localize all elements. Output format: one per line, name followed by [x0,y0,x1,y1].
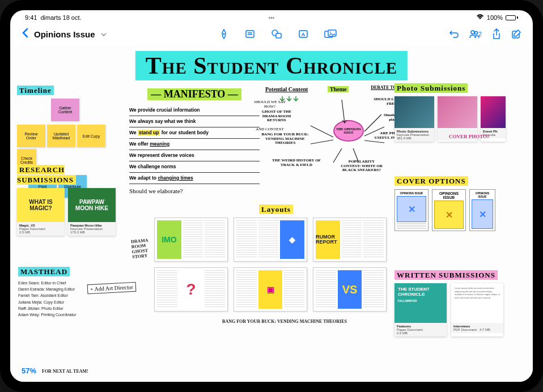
layout-mockup[interactable]: VS [313,267,387,312]
document-card[interactable]: Lorem ipsum dolor sit amet consectetur a… [451,283,503,336]
document-card[interactable]: THE STUDENT CHRONICLE FALL/WINTER Featur… [394,283,447,336]
shapes-tool-icon[interactable] [271,29,282,39]
photo-thumb [394,96,434,128]
photos-label: Photo Submissions [394,83,468,93]
document-meta: Magic_V2 Pages Document 2.5 MB [17,222,65,236]
cover-mockup[interactable]: OPINIONS ISSUE [469,189,495,231]
status-time: 9:41 [25,14,37,21]
sticky-note[interactable]: Updated Masthead [47,125,75,147]
mindmap-node: THE WEIRD HISTORY OF TRACK & FIELD [271,159,322,167]
layout-mockup[interactable]: RUMOR REPORT [313,218,387,262]
layout-accent: RUMOR REPORT [316,220,340,259]
text-tool-icon[interactable]: A [298,29,308,39]
sticky-note-tool-icon[interactable] [245,29,255,39]
photo-submissions-section[interactable]: Photo Submissions Photo SubmissionsKeyno… [394,83,525,142]
freeform-canvas[interactable]: The Student Chronicle Timeline Gather Co… [10,45,533,382]
back-button[interactable] [22,28,29,41]
photo-annotation: COVER PHOTO? [449,134,490,139]
sticky-note[interactable]: Gather Content [51,99,79,121]
cover-options-section[interactable]: COVER OPTIONS OPINIONS ISSUE OPINIONS IS… [394,176,525,231]
document-thumb: Lorem ipsum dolor sit amet consectetur a… [451,283,503,323]
masthead-footnote: FOR NEXT AL TEAM! [42,369,88,374]
written-submissions-section[interactable]: WRITTEN SUBMISSIONS THE STUDENT CHRONICL… [394,270,525,336]
battery-pct: 100% [487,14,503,21]
svg-point-0 [223,33,224,35]
sticky-note[interactable]: Review Order [17,125,45,147]
collab-count: 2 [478,31,482,37]
cover-mockup[interactable]: OPINIONS ISSUE [432,189,466,231]
written-label: WRITTEN SUBMISSIONS [394,270,498,280]
layout-mockup[interactable]: IMO [154,218,228,262]
mindmap-node: POPULARITY CONTEST: WHITE OR BLACK SNEAK… [339,160,384,173]
document-card[interactable]: WHAT IS MAGIC? Magic_V2 Pages Document 2… [17,188,65,236]
svg-point-10 [330,32,331,33]
multitask-dots[interactable]: ••• [269,15,275,21]
media-tool-icon[interactable] [324,29,337,39]
mindmap-node: GHOST OF THE DRAMA ROOM RETURNS [254,110,299,123]
photo-thumb [438,96,477,128]
board-title[interactable]: Opinions Issue [34,29,95,39]
layout-mockup[interactable]: ◆ [234,218,307,262]
covers-label: COVER OPTIONS [394,176,468,186]
sticky-note[interactable]: Edit Copy [77,125,105,147]
svg-point-11 [471,31,474,34]
battery-icon [506,15,518,20]
timeline-label: Timeline [17,86,54,95]
research-section[interactable]: RESEARCH SUBMISSIONS WHAT IS MAGIC? Magi… [17,164,119,236]
layouts-section[interactable]: Layouts IMO ◆ RUMOR REPORT ? [154,204,398,312]
document-thumb: PAWPAW MOON HIKE [68,188,116,222]
layout-mockup[interactable]: ▣ [234,267,307,312]
document-card[interactable]: PAWPAW MOON HIKE Pawpaw Moon Hike Keynot… [68,188,116,236]
masthead-section[interactable]: MASTHEAD Eden Sears: Editor in Chief Dar… [18,266,131,318]
mindmap-theme-label: Theme [328,86,349,92]
svg-point-12 [474,32,477,35]
status-date: dimarts 18 oct. [40,14,81,21]
layout-accent: VS [338,270,362,309]
layout-accent: IMO [157,220,181,259]
layouts-label: Layouts [259,204,293,214]
share-icon[interactable] [492,28,501,40]
manifesto-question: Should we elaborate? [129,188,260,194]
zoom-level[interactable]: 57% [22,367,36,375]
document-thumb: WHAT IS MAGIC? [17,188,65,222]
research-label: RESEARCH SUBMISSIONS [17,165,76,185]
svg-rect-5 [276,33,281,38]
masthead-label: MASTHEAD [18,267,70,276]
manifesto-title: — MANIFESTO — [147,88,241,100]
mindmap-center[interactable]: THE OPINIONS ISSUE [333,120,364,142]
layout-mockup[interactable]: ? [154,267,228,312]
status-bar: 9:41 dimarts 18 oct. ••• 100% [10,10,533,23]
mindmap-potential-label: Potential Content [265,86,308,92]
board-main-title[interactable]: The Student Chronicle [135,51,408,80]
photo-card[interactable]: Photo SubmissionsKeynote Presentation381… [394,96,434,142]
svg-rect-9 [328,30,336,36]
app-toolbar: Opinions Issue A [10,23,533,45]
mindmap-node: BANG FOR YOUR BUCK: VENDING MACHINE THEO… [260,133,311,146]
document-meta: Pawpaw Moon Hike Keynote Presentation 17… [68,222,116,236]
document-thumb: THE STUDENT CHRONICLE FALL/WINTER [394,283,447,323]
svg-rect-1 [246,31,254,37]
manifesto-section[interactable]: — MANIFESTO — We provide crucial informa… [129,88,260,194]
layout-note-left: DRAMA ROOM GHOST STORY [131,237,161,259]
cover-mockup[interactable]: OPINIONS ISSUE [394,189,429,231]
manifesto-list: We provide crucial information We always… [129,105,260,184]
layout-accent: ? [179,270,203,309]
undo-icon[interactable] [449,29,459,39]
wifi-icon [476,14,484,21]
photo-thumb [481,96,506,128]
collaborators-icon[interactable]: 2 [469,29,482,39]
pen-tool-icon[interactable] [219,29,229,39]
compose-icon[interactable] [511,29,521,39]
layout-note-bottom: BANG FOR YOUR BUCK: VENDING MACHINE THEO… [222,319,347,324]
chevron-down-icon[interactable] [101,31,107,37]
svg-text:A: A [301,32,305,37]
